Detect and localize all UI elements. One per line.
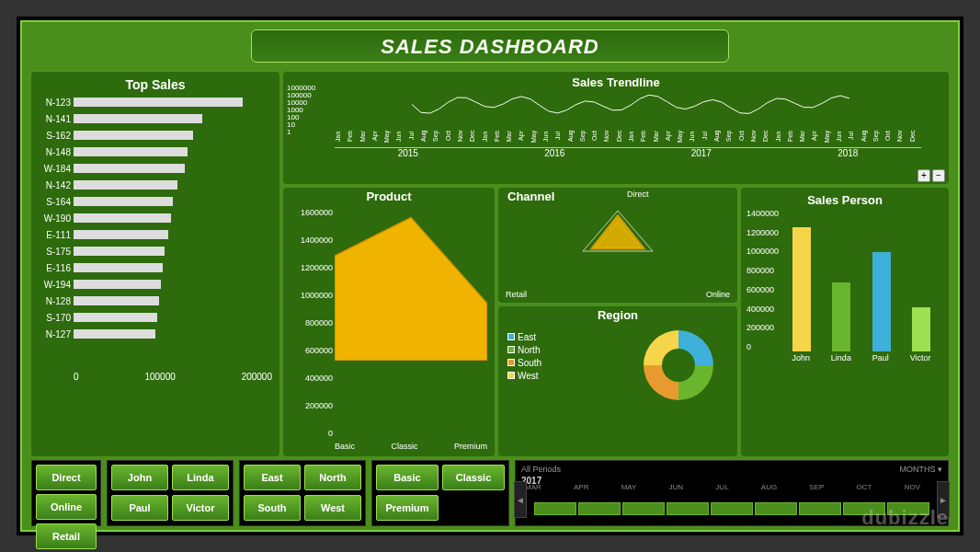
slicer-product: BasicClassicPremium (371, 460, 509, 526)
top-sales-row: N-128 (39, 293, 272, 309)
top-sales-label: N-127 (39, 329, 74, 339)
person-bar (912, 307, 930, 351)
top-sales-bar (74, 114, 202, 123)
top-sales-title: Top Sales (39, 77, 272, 92)
channel-label-retail: Retail (506, 290, 527, 299)
slicer-product-premium[interactable]: Premium (376, 495, 439, 521)
top-sales-label: W-184 (39, 164, 74, 174)
region-slice (678, 365, 713, 400)
slicer-channel-direct[interactable]: Direct (36, 465, 97, 490)
legend-swatch (507, 372, 515, 379)
trend-year-label: 2017 (628, 148, 775, 158)
timeline-all-periods: All Periods (521, 465, 561, 474)
person-bar (872, 252, 891, 352)
top-sales-label: S-164 (39, 197, 74, 207)
top-sales-bar (74, 280, 161, 289)
timeline-segment[interactable] (622, 502, 665, 515)
top-sales-row: S-162 (39, 127, 272, 144)
slicer-region-south[interactable]: South (244, 495, 301, 521)
trend-zoom-out-button[interactable]: − (932, 169, 945, 182)
top-sales-bar (74, 230, 168, 239)
svg-marker-0 (335, 217, 487, 361)
top-sales-bar (74, 197, 173, 206)
timeline-segment[interactable] (799, 502, 841, 515)
trendline-panel: Sales Trendline 100000010000010000100010… (283, 72, 949, 184)
top-sales-label: N-142 (39, 180, 74, 190)
svg-marker-3 (590, 214, 645, 249)
top-sales-row: N-141 (39, 110, 272, 127)
top-sales-row: W-184 (39, 160, 272, 177)
top-sales-label: S-175 (39, 247, 74, 257)
timeline-scroll-right[interactable]: ► (937, 481, 950, 518)
slicer-person-paul[interactable]: Paul (111, 495, 168, 521)
top-sales-bar (74, 180, 177, 190)
region-legend-item: West (507, 369, 541, 382)
legend-swatch (507, 333, 515, 340)
slicer-region-west[interactable]: West (304, 495, 361, 521)
timeline-segment[interactable] (843, 502, 885, 515)
top-sales-row: N-123 (39, 94, 272, 110)
timeline-months-dropdown[interactable]: MONTHS ▾ (899, 465, 942, 474)
slicer-person-linda[interactable]: Linda (172, 465, 229, 490)
dashboard-title: SALES DASHBOARD (251, 29, 729, 63)
legend-swatch (507, 359, 515, 366)
timeline-segment[interactable] (711, 502, 753, 515)
top-sales-row: E-111 (39, 226, 272, 243)
top-sales-bar (74, 313, 157, 322)
top-sales-bar (74, 147, 188, 156)
channel-title: Channel (498, 188, 737, 205)
top-sales-label: S-170 (39, 313, 74, 323)
trend-year-label: 2015 (335, 148, 482, 158)
top-sales-row: S-164 (39, 193, 272, 210)
timeline-segment[interactable] (534, 502, 576, 515)
top-sales-bar (74, 131, 193, 140)
slicer-region-east[interactable]: East (244, 465, 301, 490)
top-sales-label: E-111 (39, 230, 74, 240)
region-slice (644, 365, 678, 400)
region-panel: Region EastNorthSouthWest (498, 306, 737, 456)
slicer-person-john[interactable]: John (111, 465, 168, 490)
top-sales-label: E-116 (39, 263, 74, 273)
timeline-panel: All Periods MONTHS ▾ 2017 MARAPRMAYJUNJU… (515, 460, 949, 526)
top-sales-bar (74, 164, 185, 173)
top-sales-label: N-148 (39, 147, 74, 157)
timeline-segment[interactable] (578, 502, 621, 515)
slicer-channel-retail[interactable]: Retail (36, 523, 97, 549)
person-bar (792, 227, 811, 351)
region-slice (678, 330, 713, 365)
top-sales-row: N-148 (39, 144, 272, 160)
slicer-person: JohnLindaPaulVictor (107, 460, 234, 526)
top-sales-row: W-194 (39, 276, 272, 293)
top-sales-row: E-116 (39, 259, 272, 276)
top-sales-row: N-127 (39, 326, 272, 342)
top-sales-label: N-141 (39, 114, 74, 124)
person-bar (832, 282, 850, 351)
top-sales-bar (74, 296, 159, 305)
slicer-person-victor[interactable]: Victor (172, 495, 229, 521)
top-sales-label: N-123 (39, 98, 74, 108)
top-sales-row: S-175 (39, 243, 272, 259)
top-sales-row: N-142 (39, 177, 272, 193)
region-legend-item: North (507, 343, 541, 356)
top-sales-bar (74, 263, 163, 272)
product-title: Product (283, 188, 495, 205)
trend-year-label: 2018 (775, 148, 922, 158)
slicer-product-basic[interactable]: Basic (376, 465, 439, 490)
top-sales-row: W-190 (39, 210, 272, 226)
trend-zoom-in-button[interactable]: + (917, 169, 930, 182)
product-panel: Product 02000004000006000008000001000000… (283, 188, 495, 456)
timeline-segment[interactable] (667, 502, 709, 515)
timeline-segment[interactable] (755, 502, 797, 515)
top-sales-panel: Top Sales N-123 N-141 S-162 N-148 W-184 … (31, 72, 279, 456)
top-sales-label: W-194 (39, 280, 74, 290)
timeline-scroll-left[interactable]: ◄ (514, 481, 527, 518)
slicer-channel-online[interactable]: Online (36, 494, 97, 520)
slicer-product-classic[interactable]: Classic (442, 465, 505, 490)
top-sales-label: W-190 (39, 213, 74, 224)
timeline-segment[interactable] (887, 502, 929, 515)
top-sales-label: S-162 (39, 131, 74, 141)
top-sales-bar (74, 329, 155, 339)
top-sales-bar (74, 213, 171, 223)
slicer-region-north[interactable]: North (304, 465, 361, 490)
person-title: Sales Person (745, 191, 945, 209)
